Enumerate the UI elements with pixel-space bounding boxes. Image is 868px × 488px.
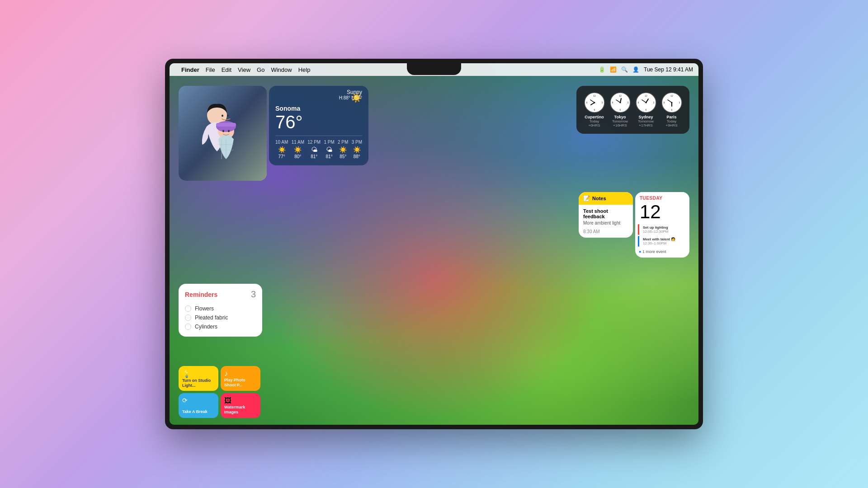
widget-photo	[179, 86, 267, 181]
svg-text:3: 3	[653, 101, 654, 104]
timer-icon: ⟳	[182, 397, 215, 404]
weather-hour-1: 11 AM ☀️ 80°	[292, 140, 304, 159]
weather-temp: 76°	[275, 113, 303, 131]
shortcut-studio-light[interactable]: 💡 Turn on Studio Light...	[179, 366, 218, 391]
reminders-count: 3	[251, 289, 256, 300]
user-icon[interactable]: 👤	[632, 66, 639, 73]
svg-text:9: 9	[637, 101, 639, 104]
clock-tokyo: 12 3 6 9 Tokyo Tomorrow +16HRS	[609, 92, 631, 127]
reminder-item-0: Flowers	[185, 304, 256, 313]
svg-rect-4	[216, 123, 236, 127]
notes-title: Notes	[592, 196, 606, 201]
menu-go[interactable]: Go	[257, 66, 264, 73]
calendar-day-number: 12	[635, 202, 689, 223]
svg-text:9: 9	[586, 101, 587, 104]
battery-icon: 🔋	[599, 66, 605, 73]
shortcut-label-0: Turn on Studio Light...	[182, 378, 215, 388]
reminder-checkbox-1[interactable]	[185, 314, 191, 321]
svg-text:12: 12	[619, 94, 622, 97]
shortcut-watermark[interactable]: 🖼 Watermark Images	[221, 393, 260, 418]
svg-text:3: 3	[627, 101, 628, 104]
weather-city: Sonoma	[275, 105, 303, 112]
photo-image	[179, 86, 267, 181]
menubar-right: 🔋 📶 🔍 👤 Tue Sep 12 9:41 AM	[599, 66, 693, 73]
reminders-title: Reminders	[185, 291, 217, 298]
notes-header: 📝 Notes	[579, 192, 633, 205]
shortcut-take-break[interactable]: ⟳ Take A Break	[179, 393, 218, 418]
weather-hour-4: 2 PM ☀️ 85°	[338, 140, 348, 159]
svg-point-9	[222, 115, 223, 117]
widget-weather: ☀️ Sonoma 76° Sunny H:88° L:57° 10 AM ☀️…	[269, 86, 368, 165]
music-icon: ♪	[224, 370, 257, 378]
weather-hour-5: 3 PM ☀️ 88°	[352, 140, 362, 159]
reminder-label-0: Flowers	[195, 305, 214, 312]
reminder-checkbox-2[interactable]	[185, 324, 191, 330]
widget-calendar: TUESDAY 12 Set up lighting 12:00–12:30PM…	[635, 192, 689, 258]
macbook-frame: Finder File Edit View Go Window Help 🔋 📶…	[165, 59, 703, 429]
notes-note-title: Test shoot feedback	[583, 208, 628, 219]
shortcut-label-1: Play Photo Shoot P...	[224, 378, 257, 388]
weather-condition: Sunny H:88° L:57°	[339, 89, 362, 100]
weather-hourly: 10 AM ☀️ 77° 11 AM ☀️ 80° 12 PM 🌤 81° 1 …	[275, 136, 362, 159]
shortcut-label-2: Take A Break	[182, 409, 215, 414]
calendar-event-1: Meet with talent 🧑 12:30–1:00PM	[638, 236, 687, 247]
svg-text:3: 3	[601, 101, 603, 104]
reminder-item-1: Pleated fabric	[185, 313, 256, 322]
reminder-label-1: Pleated fabric	[195, 314, 228, 321]
svg-text:6: 6	[619, 108, 621, 111]
image-icon: 🖼	[224, 397, 257, 405]
menu-window[interactable]: Window	[271, 66, 292, 73]
svg-point-36	[645, 102, 646, 103]
svg-text:6: 6	[594, 108, 595, 111]
notes-icon: 📝	[583, 195, 590, 202]
svg-point-20	[594, 102, 595, 103]
shortcut-label-3: Watermark Images	[224, 405, 257, 415]
wifi-icon: 📶	[610, 66, 617, 73]
weather-hour-3: 1 PM 🌤 81°	[324, 140, 334, 159]
svg-point-12	[228, 130, 230, 132]
calendar-event-0: Set up lighting 12:00–12:30PM	[638, 224, 687, 235]
weather-hour-2: 12 PM 🌤 81°	[307, 140, 321, 159]
svg-point-11	[222, 130, 224, 132]
svg-text:9: 9	[663, 101, 665, 104]
menu-finder[interactable]: Finder	[181, 66, 199, 73]
menu-view[interactable]: View	[238, 66, 250, 73]
camera-notch	[407, 63, 461, 75]
notes-note-content: More ambient light	[583, 221, 628, 225]
clock-paris: 12 3 6 9 Paris Today +9HRS	[661, 92, 682, 127]
svg-text:12: 12	[593, 94, 596, 97]
svg-text:12: 12	[645, 94, 647, 97]
clock-sydney: 12 3 6 9 Sydney Tomorrow +17HRS	[635, 92, 656, 127]
reminders-header: Reminders 3	[185, 289, 256, 300]
svg-text:12: 12	[670, 94, 673, 97]
menubar-left: Finder File Edit View Go Window Help	[175, 66, 310, 73]
calendar-more-events: ● 1 more event	[635, 248, 689, 258]
reminder-label-2: Cylinders	[195, 324, 217, 330]
svg-text:9: 9	[612, 101, 613, 104]
widget-shortcuts: 💡 Turn on Studio Light... ♪ Play Photo S…	[179, 366, 260, 418]
shortcut-play-music[interactable]: ♪ Play Photo Shoot P...	[221, 366, 260, 391]
svg-point-10	[227, 115, 229, 117]
widget-notes: 📝 Notes Test shoot feedback More ambient…	[579, 192, 633, 238]
clock-cupertino: 12 3 6 9 Cupertino Today +0HRS	[584, 92, 605, 127]
svg-text:3: 3	[679, 101, 680, 104]
screen: Finder File Edit View Go Window Help 🔋 📶…	[170, 63, 698, 425]
svg-point-44	[671, 102, 672, 103]
menu-help[interactable]: Help	[298, 66, 311, 73]
reminder-item-2: Cylinders	[185, 322, 256, 331]
menu-edit[interactable]: Edit	[222, 66, 231, 73]
bulb-icon: 💡	[182, 370, 215, 378]
datetime-display: Tue Sep 12 9:41 AM	[644, 66, 693, 73]
widget-world-clock: 12 3 6 9 Cupertino Today +0HRS	[576, 86, 689, 134]
svg-point-28	[619, 102, 621, 103]
notes-note-time: 8:30 AM	[583, 229, 628, 234]
notes-body: Test shoot feedback More ambient light 8…	[579, 205, 633, 238]
svg-text:6: 6	[645, 108, 646, 111]
reminder-checkbox-0[interactable]	[185, 305, 191, 312]
weather-hour-0: 10 AM ☀️ 77°	[275, 140, 288, 159]
menu-file[interactable]: File	[206, 66, 215, 73]
widget-reminders: Reminders 3 Flowers Pleated fabric Cylin…	[179, 284, 262, 337]
search-icon[interactable]: 🔍	[621, 66, 628, 73]
svg-text:6: 6	[671, 108, 672, 111]
